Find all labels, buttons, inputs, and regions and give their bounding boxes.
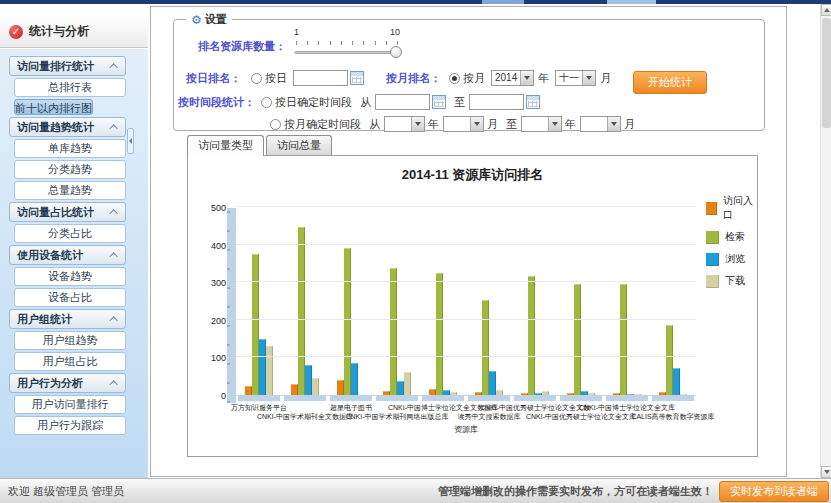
- dropdown-arrow-icon[interactable]: [411, 117, 424, 131]
- settings-legend: ⚙ 设置: [186, 12, 232, 27]
- module-title: 统计与分析: [29, 23, 89, 40]
- legend-item: 访问入口: [706, 194, 757, 222]
- y-axis-labels: 0100200300400500: [196, 208, 226, 396]
- scroll-up-icon[interactable]: [821, 4, 831, 16]
- dropdown-arrow-icon[interactable]: [548, 117, 561, 131]
- gridline: [236, 319, 696, 320]
- bar-检索: [252, 254, 259, 395]
- sidebar-item[interactable]: 用户组占比: [14, 352, 126, 371]
- month-select[interactable]: 十一: [555, 70, 596, 86]
- sidebar-item[interactable]: 前十以内排行图: [14, 99, 93, 115]
- scrollbar-thumb[interactable]: [822, 18, 831, 128]
- chart-title: 2014-11 资源库访问排名: [188, 166, 757, 184]
- bar-pedestal: [422, 395, 464, 401]
- sidebar-item[interactable]: 总排行表: [14, 78, 126, 97]
- bar-pedestal: [652, 395, 694, 401]
- daily-date-input[interactable]: [293, 70, 348, 86]
- scroll-down-icon[interactable]: [821, 466, 831, 478]
- sidebar-section-header[interactable]: 用户行为分析: [9, 373, 126, 393]
- bar-pedestal: [330, 395, 372, 401]
- y-tick-label: 500: [196, 203, 226, 213]
- from-label: 从: [369, 117, 380, 132]
- sidebar-item[interactable]: 设备占比: [14, 288, 126, 307]
- publish-button[interactable]: 实时发布到读者端: [719, 481, 829, 502]
- sidebar-section-header[interactable]: 用户组统计: [9, 309, 126, 329]
- tab-bar: 访问量类型 访问总量: [187, 135, 334, 156]
- tab-visit-type[interactable]: 访问量类型: [187, 135, 264, 156]
- sidebar-section-header[interactable]: 访问量占比统计: [9, 202, 126, 222]
- monthly-radio-label: 按月: [463, 71, 485, 86]
- year-suffix: 年: [538, 71, 549, 86]
- calendar-icon[interactable]: [432, 95, 446, 109]
- sidebar-item[interactable]: 用户组趋势: [14, 331, 126, 350]
- bar-浏览: [673, 368, 680, 395]
- sidebar-item[interactable]: 分类趋势: [14, 160, 126, 179]
- bar-浏览: [489, 371, 496, 395]
- range-day-radio[interactable]: [261, 97, 272, 108]
- chevron-up-icon: [109, 380, 117, 388]
- module-badge-icon: ✓: [9, 25, 23, 39]
- range-day-from-input[interactable]: [375, 94, 430, 110]
- bar-浏览: [259, 339, 266, 395]
- year-select[interactable]: 2014: [491, 70, 534, 86]
- bar-检索: [298, 227, 305, 395]
- calendar-icon[interactable]: [350, 71, 364, 85]
- bar-下载: [266, 346, 273, 395]
- sidebar-item[interactable]: 单库趋势: [14, 139, 126, 158]
- sidebar-collapse-handle[interactable]: [127, 128, 134, 154]
- range-day-to-input[interactable]: [469, 94, 524, 110]
- chart-legend: 访问入口检索浏览下载: [706, 194, 757, 296]
- year-select-value: 2014: [492, 71, 520, 85]
- range-day-label: 按日确定时间段: [275, 95, 352, 110]
- main-panel: ⚙ 设置 排名资源库数量： 1 10 按日排名： 按日 按月排名： 按月 201…: [150, 6, 787, 477]
- sidebar-menu: 访问量排行统计总排行表前十以内排行图访问量趋势统计单库趋势分类趋势总量趋势访问量…: [9, 56, 126, 437]
- monthly-rank-label: 按月排名：: [386, 71, 441, 86]
- section-label: 用户组统计: [17, 312, 72, 327]
- bar-pedestal: [284, 395, 326, 401]
- dropdown-arrow-icon[interactable]: [470, 117, 483, 131]
- bar-访问入口: [291, 384, 298, 395]
- dropdown-arrow-icon[interactable]: [520, 71, 533, 85]
- y-axis-wall: [227, 208, 236, 403]
- bar-检索: [436, 273, 443, 395]
- start-statistics-button[interactable]: 开始统计: [633, 71, 707, 94]
- bar-检索: [666, 325, 673, 395]
- sidebar-section-header[interactable]: 使用设备统计: [9, 245, 126, 265]
- range-month-radio[interactable]: [270, 119, 281, 130]
- calendar-icon[interactable]: [526, 95, 540, 109]
- section-label: 使用设备统计: [17, 248, 83, 263]
- legend-item: 浏览: [706, 252, 757, 266]
- legend-item: 下载: [706, 274, 757, 288]
- slider-handle[interactable]: [390, 46, 402, 58]
- daily-radio-label: 按日: [265, 71, 287, 86]
- legend-label: 下载: [725, 274, 745, 288]
- dropdown-arrow-icon[interactable]: [582, 71, 595, 85]
- rank-count-slider[interactable]: 1 10: [294, 31, 400, 61]
- chevron-up-icon: [109, 316, 117, 324]
- slider-min-label: 1: [294, 27, 299, 37]
- range-to-month-select[interactable]: [580, 116, 621, 132]
- range-from-year-select[interactable]: [384, 116, 425, 132]
- sidebar-item[interactable]: 分类占比: [14, 224, 126, 243]
- sidebar-item[interactable]: 用户行为跟踪: [14, 416, 126, 435]
- slider-track[interactable]: [294, 51, 400, 54]
- vertical-scrollbar[interactable]: [820, 4, 831, 478]
- month-suffix: 月: [624, 117, 635, 132]
- sidebar-item[interactable]: 用户访问量排行: [14, 395, 126, 414]
- sidebar-item[interactable]: 设备趋势: [14, 267, 126, 286]
- range-to-year-select[interactable]: [521, 116, 562, 132]
- welcome-text: 欢迎 超级管理员 管理员: [8, 484, 124, 499]
- dropdown-arrow-icon[interactable]: [607, 117, 620, 131]
- bar-group: [466, 208, 512, 395]
- y-tick-label: 300: [196, 278, 226, 288]
- bar-浏览: [305, 365, 312, 395]
- chevron-up-icon: [109, 124, 117, 132]
- monthly-radio[interactable]: [449, 73, 460, 84]
- sidebar-item[interactable]: 总量趋势: [14, 181, 126, 200]
- daily-radio[interactable]: [251, 73, 262, 84]
- legend-swatch: [706, 202, 717, 215]
- tab-visit-total[interactable]: 访问总量: [266, 135, 332, 155]
- sidebar-section-header[interactable]: 访问量排行统计: [9, 56, 126, 76]
- range-from-month-select[interactable]: [443, 116, 484, 132]
- sidebar-section-header[interactable]: 访问量趋势统计: [9, 117, 126, 137]
